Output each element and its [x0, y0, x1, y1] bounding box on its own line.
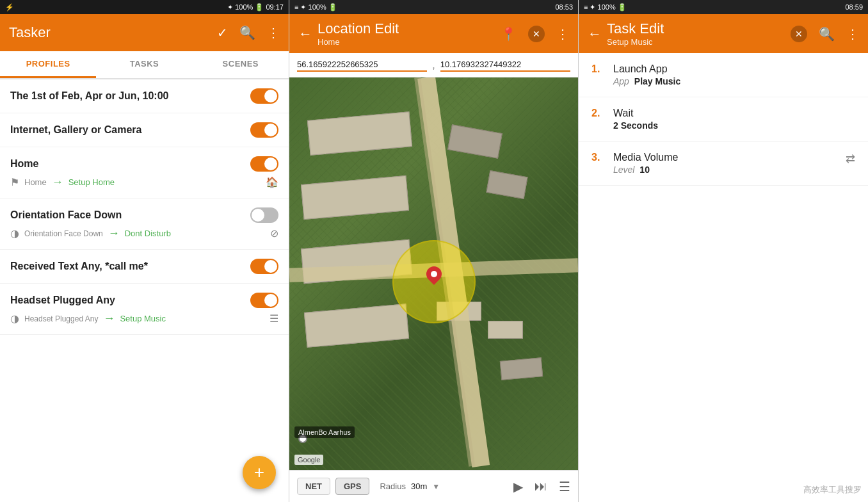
task-more-icon[interactable]: ⋮: [846, 26, 859, 42]
coord-sep: ,: [432, 60, 435, 71]
location-more-icon[interactable]: ⋮: [556, 26, 569, 42]
profile-item-1[interactable]: The 1st of Feb, Apr or Jun, 10:00: [0, 79, 289, 113]
location-title-block: Location Edit Home: [317, 20, 501, 47]
task-title-block: Task Edit Setup Music: [607, 20, 791, 47]
task-header-icons: ✕ 🔍 ⋮: [791, 26, 859, 42]
task-num-3: 3.: [591, 152, 606, 163]
location-back-btn[interactable]: ←: [298, 26, 312, 42]
profile-name-3: Home: [10, 158, 250, 170]
tab-tasks[interactable]: TASKS: [96, 51, 192, 78]
profile-row-1: The 1st of Feb, Apr or Jun, 10:00: [10, 88, 278, 104]
sub-task-4: Dont Disturb: [125, 229, 171, 238]
net-button[interactable]: NET: [297, 478, 330, 495]
status-right-1: ✦ 100% 🔋 09:17: [227, 3, 284, 12]
profile-name-1: The 1st of Feb, Apr or Jun, 10:00: [10, 90, 250, 102]
task-title-1: Launch App: [613, 63, 855, 75]
profile-row-3: Home: [10, 156, 278, 172]
profile-item-6[interactable]: Headset Plugged Any ◑ Headset Plugged An…: [0, 284, 289, 335]
location-subtitle: Home: [317, 37, 501, 47]
task-content-2: Wait 2 Seconds: [613, 108, 855, 131]
lng-input[interactable]: [440, 58, 570, 72]
detail-label-1: App: [613, 76, 629, 86]
sub-task-3: Setup Home: [68, 177, 115, 187]
location-header-icons: 📍 ✕ ⋮: [501, 26, 569, 42]
sub-trigger-4: Orientation Face Down: [24, 229, 103, 238]
toggle-1[interactable]: [250, 88, 278, 104]
detail-label-3: Level: [613, 165, 634, 175]
radius-dropdown[interactable]: ▼: [432, 482, 440, 491]
tasker-header-icons: ✓ 🔍 ⋮: [217, 25, 280, 40]
task-item-1[interactable]: 1. Launch App App Play Music: [579, 53, 868, 97]
status-right-2: 08:53: [555, 3, 573, 11]
location-close-icon[interactable]: ✕: [528, 26, 545, 42]
profile-row-5: Received Text Any, *call me*: [10, 259, 278, 274]
profile-item-5[interactable]: Received Text Any, *call me*: [0, 250, 289, 284]
toggle-4[interactable]: [250, 207, 278, 223]
toggle-6[interactable]: [250, 293, 278, 308]
profile-item-2[interactable]: Internet, Gallery or Camera: [0, 113, 289, 147]
panel1-inner: The 1st of Feb, Apr or Jun, 10:00 Intern…: [0, 79, 289, 502]
task-close-icon[interactable]: ✕: [791, 26, 807, 42]
location-title: Location Edit: [317, 20, 501, 37]
toggle-5[interactable]: [250, 259, 278, 274]
fab-button[interactable]: +: [243, 456, 276, 489]
menu-icon[interactable]: ☰: [559, 479, 570, 494]
task-detail-3: Level 10: [613, 165, 838, 175]
profile-row-6: Headset Plugged Any: [10, 293, 278, 308]
profile-item-3[interactable]: Home ⚑ Home → Setup Home 🏠: [0, 147, 289, 198]
detail-value-1: Play Music: [634, 76, 680, 86]
profile-name-4: Orientation Face Down: [10, 209, 250, 221]
profile-sub-3: ⚑ Home → Setup Home 🏠: [10, 175, 278, 189]
sub-trigger-6: Headset Plugged Any: [24, 314, 98, 323]
building-8: [488, 321, 523, 339]
watermark: 高效率工具搜罗: [803, 484, 862, 496]
end-icon-3: 🏠: [266, 176, 278, 188]
profile-row-2: Internet, Gallery or Camera: [10, 122, 278, 138]
task-back-btn[interactable]: ←: [588, 26, 602, 42]
arrow-icon-6: →: [103, 312, 115, 325]
profile-row-4: Orientation Face Down: [10, 207, 278, 223]
task-list: 1. Launch App App Play Music 2. Wait 2 S…: [579, 53, 868, 502]
task-item-3[interactable]: 3. Media Volume Level 10 ⇄: [579, 142, 868, 186]
task-search-icon[interactable]: 🔍: [819, 26, 835, 42]
google-label: Google: [294, 455, 323, 465]
task-edit-title: Task Edit: [607, 20, 791, 37]
radius-value: 30m: [411, 482, 427, 491]
profile-name-5: Received Text Any, *call me*: [10, 261, 250, 272]
play-icon[interactable]: ▶: [513, 479, 523, 494]
toggle-2[interactable]: [250, 122, 278, 138]
detail-value-2: 2 Seconds: [613, 120, 658, 131]
location-header: ← Location Edit Home 📍 ✕ ⋮: [289, 14, 578, 53]
tasker-check-icon[interactable]: ✓: [217, 25, 228, 40]
status-bar-2: ≡ ✦ 100% 🔋 08:53: [289, 0, 578, 14]
coord-bar: ,: [289, 53, 578, 77]
task-item-2[interactable]: 2. Wait 2 Seconds: [579, 97, 868, 142]
status-bar-1: ⚡ ✦ 100% 🔋 09:17: [0, 0, 289, 14]
tasker-app-title: Tasker: [9, 24, 51, 41]
task-header: ← Task Edit Setup Music ✕ 🔍 ⋮: [579, 14, 868, 53]
profile-item-4[interactable]: Orientation Face Down ◑ Orientation Face…: [0, 198, 289, 250]
building-9: [500, 357, 543, 380]
location-pin-icon[interactable]: 📍: [501, 26, 517, 42]
lat-input[interactable]: [297, 58, 427, 72]
arrow-icon-3: →: [52, 175, 63, 189]
tasker-search-icon[interactable]: 🔍: [239, 25, 255, 40]
map-place-label: AlmenBo Aarhus: [294, 426, 355, 438]
headset-icon-6: ◑: [10, 312, 19, 325]
gps-button[interactable]: GPS: [335, 478, 369, 495]
tab-profiles[interactable]: PROFILES: [0, 51, 96, 78]
tabs-bar: PROFILES TASKS SCENES: [0, 51, 289, 79]
tasker-header: Tasker ✓ 🔍 ⋮: [0, 14, 289, 51]
status-left-2: ≡ ✦ 100% 🔋: [294, 3, 337, 12]
map-area[interactable]: AlmenBo Aarhus Google: [289, 77, 578, 470]
toggle-3[interactable]: [250, 156, 278, 172]
status-left-1: ⚡: [5, 3, 14, 12]
end-icon-4: ⊘: [270, 227, 278, 239]
status-bar-3: ≡ ✦ 100% 🔋 08:59: [579, 0, 868, 14]
tasker-more-icon[interactable]: ⋮: [267, 25, 280, 40]
panel-location: ≡ ✦ 100% 🔋 08:53 ← Location Edit Home 📍 …: [289, 0, 579, 502]
orient-icon-4: ◑: [10, 227, 19, 239]
skip-icon[interactable]: ⏭: [534, 479, 547, 494]
bottom-icons: ▶ ⏭ ☰: [513, 479, 570, 494]
tab-scenes[interactable]: SCENES: [193, 51, 289, 78]
